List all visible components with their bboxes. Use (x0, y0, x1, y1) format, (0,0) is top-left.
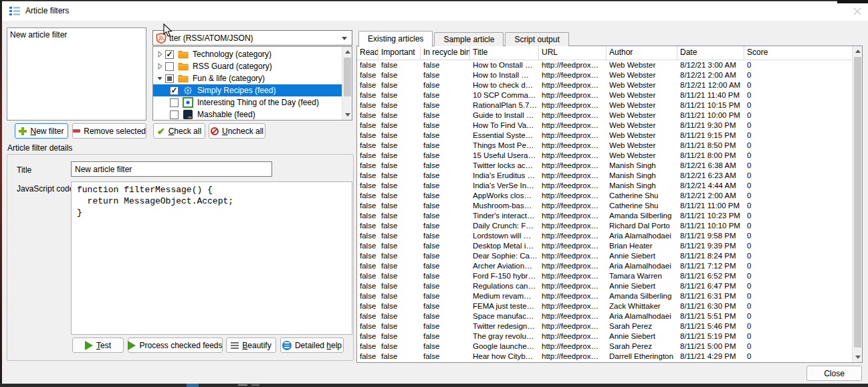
remove-selected-label: Remove selected (84, 127, 146, 136)
tree-checkbox-unchecked[interactable] (170, 98, 179, 107)
tree-item-fun-life-category[interactable]: Fun & life (category) (153, 72, 352, 84)
table-row[interactable]: falsefalsefalseLordstown will …http://fe… (357, 231, 852, 241)
table-cell: http://feedprox… (539, 131, 607, 141)
close-button[interactable]: Close (806, 366, 862, 381)
table-row[interactable]: falsefalsefalseThings Most Pe…http://fee… (357, 141, 852, 151)
table-cell: false (357, 251, 378, 261)
table-cell: false (357, 211, 378, 221)
table-row[interactable]: falsefalsefalseDesktop Metal i…http://fe… (357, 241, 852, 251)
table-row[interactable]: falsefalsefalseMedium revam…http://feedp… (357, 291, 852, 301)
table-cell: 0 (744, 201, 852, 211)
tree-item-technology-category[interactable]: ✓Technology (category) (153, 48, 352, 60)
uncheck-all-button[interactable]: Uncheck all (209, 123, 265, 139)
table-cell: http://feedprox… (539, 201, 607, 211)
account-dropdown[interactable]: tter (RSS/ATOM/JSON) (152, 30, 352, 46)
scroll-down-icon[interactable] (342, 110, 352, 120)
table-row[interactable]: falsefalsefalseHow to check d…http://fee… (357, 80, 852, 90)
table-row[interactable]: falsefalsefalseThe gray revolu…http://fe… (357, 331, 852, 341)
remove-selected-button[interactable]: Remove selected (72, 123, 146, 139)
filters-list-item[interactable]: New article filter (7, 28, 146, 42)
table-cell: 8/11/21 5:00 PM (677, 341, 744, 352)
table-row[interactable]: falsefalsefalseHow To Find Va…http://fee… (357, 121, 852, 131)
table-cell: Web Webster (607, 100, 677, 110)
table-row[interactable]: falsefalsefalseDaily Crunch: F…http://fe… (357, 221, 852, 231)
column-header-read[interactable]: Read (357, 46, 378, 60)
scrollbar-thumb[interactable] (344, 58, 351, 96)
table-row[interactable]: falsefalsefalseHow to Onstall …http://fe… (357, 60, 852, 70)
table-row[interactable]: falsefalsefalseHow to Install …http://fe… (357, 70, 852, 80)
close-icon[interactable] (852, 6, 863, 17)
column-header-author[interactable]: Author (607, 46, 677, 60)
table-scrollbar[interactable] (852, 46, 862, 362)
table-cell: 8/11/21 5:46 PM (677, 321, 744, 331)
table-row[interactable]: falsefalsefalseFord F-150 hybr…http://fe… (357, 271, 852, 281)
detailed-help-button[interactable]: Detailed help (280, 337, 344, 353)
column-header-title[interactable]: Title (470, 46, 539, 60)
expand-arrow-icon[interactable] (156, 50, 164, 58)
tree-item-mashable-feed[interactable]: mMashable (feed) (153, 108, 352, 121)
column-header-url[interactable]: URL (539, 46, 607, 60)
table-cell: false (378, 141, 421, 151)
table-row[interactable]: falsefalsefalseIndia's VerSe In…http://f… (357, 181, 852, 191)
tab-sample-article[interactable]: Sample article (434, 32, 504, 46)
table-row[interactable]: falsefalsefalseHear how Cityb…http://fee… (357, 352, 852, 362)
tree-checkbox-checked[interactable]: ✓ (170, 86, 179, 95)
table-row[interactable]: falsefalsefalseIndia's Eruditus …http://… (357, 171, 852, 181)
table-row[interactable]: falsefalsefalseRegulations can…http://fe… (357, 281, 852, 291)
beautify-button[interactable]: Beautify (226, 337, 276, 353)
table-cell: 8/11/21 8:24 PM (677, 251, 744, 261)
table-row[interactable]: falsefalsefalseDear Sophie: Ca…http://fe… (357, 251, 852, 261)
table-cell: Lordstown will … (470, 231, 539, 241)
table-row[interactable]: falsefalsefalseArcher Aviation…http://fe… (357, 261, 852, 271)
table-row[interactable]: falsefalsefalse10 SCP Comma…http://feedp… (357, 90, 852, 100)
table-cell: Web Webster (607, 121, 677, 131)
scrollbar-thumb[interactable] (854, 57, 861, 347)
table-row[interactable]: falsefalsefalseTinder's interact…http://… (357, 211, 852, 221)
table-row[interactable]: falsefalsefalseGoogle launche…http://fee… (357, 341, 852, 352)
table-cell: false (421, 291, 470, 301)
table-row[interactable]: falsefalsefalseRationalPlan 5.7…http://f… (357, 100, 852, 110)
table-row[interactable]: falsefalsefalseGuide to Install …http://… (357, 110, 852, 121)
table-row[interactable]: falsefalsefalseEssential Syste…http://fe… (357, 131, 852, 141)
process-checked-feeds-button[interactable]: Process checked feeds (128, 337, 223, 353)
scroll-up-icon[interactable] (853, 46, 863, 56)
javascript-code-editor[interactable]: function filterMessage() { return Messag… (71, 181, 352, 335)
tree-checkbox-unchecked[interactable] (165, 62, 174, 71)
column-header-score[interactable]: Score (744, 46, 852, 60)
tab-script-output[interactable]: Script output (505, 32, 568, 46)
test-button[interactable]: Test (72, 337, 124, 353)
tree-checkbox-unchecked[interactable] (170, 110, 179, 119)
new-filter-button[interactable]: New filter (15, 123, 68, 139)
column-header-in-recycle-bin[interactable]: In recycle bin (421, 46, 470, 60)
column-header-date[interactable]: Date (677, 46, 744, 60)
feeds-tree-scrollbar[interactable] (342, 47, 352, 120)
table-cell: false (421, 100, 470, 110)
table-row[interactable]: falsefalsefalseAppWorks clos…http://feed… (357, 191, 852, 201)
scroll-up-icon[interactable] (342, 47, 352, 57)
table-row[interactable]: falsefalsefalseTwitter redesign…http://f… (357, 321, 852, 331)
filters-list[interactable]: New article filter (7, 27, 146, 121)
table-row[interactable]: falsefalsefalseTwitter locks ac…http://f… (357, 161, 852, 171)
column-header-important[interactable]: Important (378, 46, 421, 60)
mouse-cursor (163, 23, 173, 37)
table-cell: RationalPlan 5.7… (470, 100, 539, 110)
tree-checkbox-partial[interactable] (165, 74, 174, 83)
tree-checkbox-checked[interactable]: ✓ (165, 50, 174, 59)
tree-item-label: Interesting Thing of the Day (feed) (197, 98, 319, 107)
title-input[interactable] (71, 161, 272, 177)
table-row[interactable]: falsefalsefalse15 Useful Usera…http://fe… (357, 151, 852, 161)
expand-arrow-icon[interactable] (156, 62, 164, 70)
tree-item-rss-guard-category[interactable]: RSS Guard (category) (153, 60, 352, 72)
table-cell: false (378, 60, 421, 70)
tree-item-interesting-thing-of-the-day-feed[interactable]: Interesting Thing of the Day (feed) (153, 96, 352, 108)
collapse-arrow-icon[interactable] (156, 74, 164, 82)
table-cell: false (378, 311, 421, 321)
scroll-down-icon[interactable] (853, 352, 863, 362)
tab-existing-articles[interactable]: Existing articles (358, 31, 433, 47)
table-cell: Aria Alamalhodaei (607, 261, 677, 271)
table-row[interactable]: falsefalsefalseFEMA just teste…http://fe… (357, 301, 852, 311)
table-row[interactable]: falsefalsefalseMushroom-bas…http://feedp… (357, 201, 852, 211)
check-all-button[interactable]: ✔ Check all (153, 123, 205, 139)
tree-item-simply-recipes-feed[interactable]: ✓Simply Recipes (feed) (153, 84, 352, 96)
table-row[interactable]: falsefalsefalseSpace manufac…http://feed… (357, 311, 852, 321)
